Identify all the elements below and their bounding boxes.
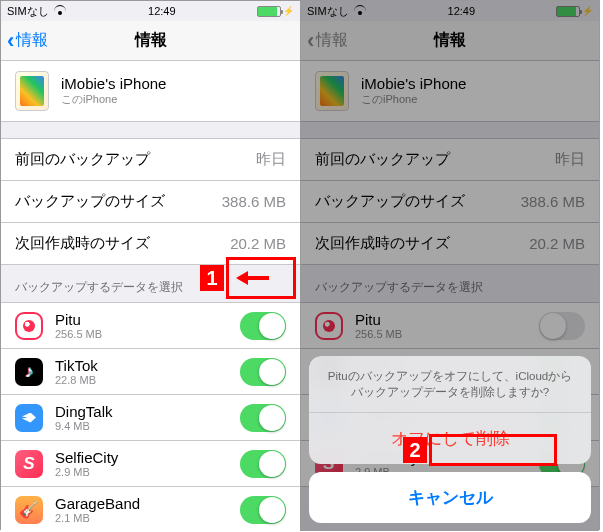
device-name: iMobie's iPhone xyxy=(61,75,166,92)
app-row-tiktok: TikTok22.8 MB xyxy=(1,349,300,395)
next-backup-size-row: 次回作成時のサイズ20.2 MB xyxy=(1,223,300,264)
toggle-pitu[interactable] xyxy=(240,312,286,340)
app-row-pitu: Pitu256.5 MB xyxy=(1,303,300,349)
backup-info-list: 前回のバックアップ昨日 バックアップのサイズ388.6 MB 次回作成時のサイズ… xyxy=(1,138,300,265)
chevron-left-icon: ‹ xyxy=(7,28,14,54)
clock: 12:49 xyxy=(148,5,176,17)
selfiecity-icon xyxy=(15,450,43,478)
charging-icon: ⚡ xyxy=(283,6,294,16)
device-header[interactable]: iMobie's iPhone このiPhone xyxy=(1,61,300,122)
toggle-garageband[interactable] xyxy=(240,496,286,524)
backup-size-row: バックアップのサイズ388.6 MB xyxy=(1,181,300,223)
turn-off-and-delete-button[interactable]: オフにして削除 xyxy=(309,413,591,464)
screen-left: SIMなし 12:49 ⚡ ‹情報 情報 iMobie's iPhone このi… xyxy=(1,1,300,531)
nav-bar: ‹情報 情報 xyxy=(1,21,300,61)
cancel-button[interactable]: キャンセル xyxy=(309,472,591,523)
toggle-selfiecity[interactable] xyxy=(240,450,286,478)
nav-title: 情報 xyxy=(135,30,167,51)
sheet-message: Pituのバックアップをオフにして、iCloudからバックアップデータを削除しま… xyxy=(309,356,591,413)
dingtalk-icon xyxy=(15,404,43,432)
app-list: Pitu256.5 MB TikTok22.8 MB DingTalk9.4 M… xyxy=(1,302,300,531)
action-sheet: Pituのバックアップをオフにして、iCloudからバックアップデータを削除しま… xyxy=(301,348,599,531)
toggle-dingtalk[interactable] xyxy=(240,404,286,432)
callout-1-label: 1 xyxy=(200,265,224,291)
callout-1-arrow-icon xyxy=(229,271,269,285)
device-icon xyxy=(15,71,49,111)
app-row-garageband: GarageBand2.1 MB xyxy=(1,487,300,531)
last-backup-row[interactable]: 前回のバックアップ昨日 xyxy=(1,139,300,181)
callout-2-label: 2 xyxy=(403,437,427,463)
toggle-tiktok[interactable] xyxy=(240,358,286,386)
app-row-selfiecity: SelfieCity2.9 MB xyxy=(1,441,300,487)
device-sub: このiPhone xyxy=(61,92,166,107)
screen-right: SIMなし 12:49 ⚡ ‹情報 情報 iMobie's iPhone このi… xyxy=(300,1,599,531)
battery-icon xyxy=(257,6,281,17)
garageband-icon xyxy=(15,496,43,524)
status-bar: SIMなし 12:49 ⚡ xyxy=(1,1,300,21)
carrier-text: SIMなし xyxy=(7,4,49,19)
tiktok-icon xyxy=(15,358,43,386)
back-button[interactable]: ‹情報 xyxy=(7,28,48,54)
wifi-icon xyxy=(53,6,67,16)
pitu-icon xyxy=(15,312,43,340)
app-row-dingtalk: DingTalk9.4 MB xyxy=(1,395,300,441)
